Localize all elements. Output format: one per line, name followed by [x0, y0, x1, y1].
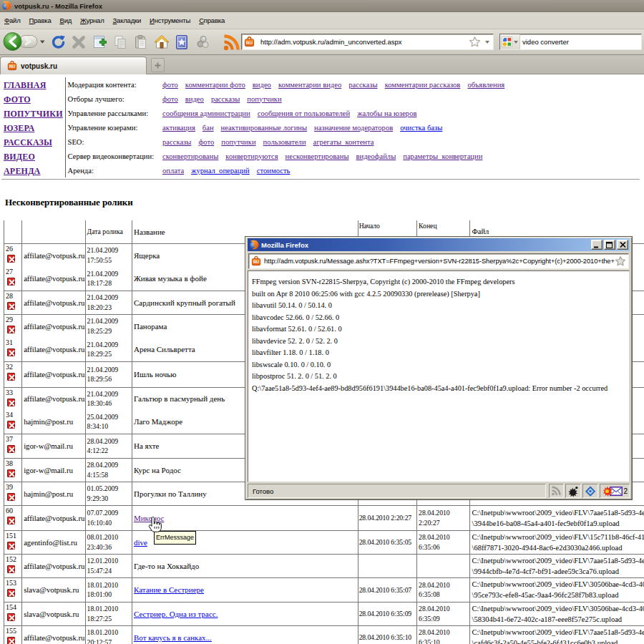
popup-window[interactable]: Mozilla Firefox RU http://adm.votpusk.ru…: [245, 236, 633, 500]
nav-link[interactable]: неактивированные логины: [221, 124, 308, 132]
new-tab-button[interactable]: [151, 58, 165, 72]
rss-button[interactable]: [221, 32, 243, 52]
nav-link[interactable]: видео: [253, 81, 271, 89]
menu-item-1[interactable]: Файл: [0, 14, 25, 26]
delete-x-icon[interactable]: [7, 445, 15, 453]
bookmark-star-icon[interactable]: [469, 36, 481, 48]
nav-link[interactable]: параметры_конвертации: [403, 152, 482, 160]
delete-x-icon[interactable]: [7, 302, 15, 310]
popup-url[interactable]: http://adm.votpusk.ru/Message.ashx?TXT=F…: [264, 258, 615, 265]
sidebar-link-6[interactable]: ВИДЕО: [4, 152, 35, 162]
address-bar[interactable]: RU http://adm.votpusk.ru/admin_unconvert…: [241, 34, 494, 50]
reload-button[interactable]: [49, 32, 68, 52]
menu-item-3[interactable]: Вид: [55, 14, 76, 26]
nav-link[interactable]: активация: [162, 124, 195, 132]
delete-x-icon[interactable]: [7, 278, 15, 286]
nav-link[interactable]: попутчики: [247, 95, 281, 103]
menu-item-2[interactable]: Правка: [25, 14, 56, 26]
delete-x-icon[interactable]: [7, 399, 15, 406]
stop-button[interactable]: [69, 32, 88, 52]
sidebar-link-1[interactable]: ГЛАВНАЯ: [4, 80, 47, 90]
nav-link[interactable]: бан: [203, 124, 214, 132]
search-engine-button[interactable]: [500, 34, 520, 49]
video-title-link[interactable]: Сестриер. Одна из трасс.: [134, 610, 218, 618]
search-engine-dropdown-icon[interactable]: [514, 41, 518, 44]
video-title-link[interactable]: Вот качусь я в санках...: [134, 633, 212, 642]
nav-link[interactable]: рассказы: [211, 95, 240, 103]
copy-button[interactable]: [111, 32, 130, 52]
nav-link[interactable]: комментарии видео: [278, 81, 341, 89]
search-bar[interactable]: video converter: [499, 34, 642, 50]
statusbar-rss-icon[interactable]: [549, 484, 564, 498]
nav-link[interactable]: агрегаты_контента: [313, 138, 374, 146]
video-title-link[interactable]: Катание в Сестриере: [134, 585, 204, 594]
menu-item-7[interactable]: Справка: [195, 14, 229, 26]
popup-titlebar[interactable]: Mozilla Firefox: [248, 238, 630, 251]
delete-x-icon[interactable]: [7, 255, 15, 263]
sidebar-link-3[interactable]: ПОПУТЧИКИ: [4, 109, 63, 119]
nav-link[interactable]: рассказы: [162, 138, 191, 146]
nav-link[interactable]: стоимость: [257, 167, 291, 175]
paste-button[interactable]: [132, 32, 150, 52]
nav-link[interactable]: оплата: [162, 167, 184, 175]
delete-x-icon[interactable]: [7, 542, 15, 550]
nav-link[interactable]: видео: [185, 95, 204, 103]
video-id: 27: [6, 268, 21, 275]
home-button[interactable]: [152, 32, 171, 52]
statusbar-splat-icon[interactable]: [565, 484, 581, 498]
url-dropdown-icon[interactable]: [485, 41, 489, 44]
nav-link[interactable]: комментарии рассказов: [385, 81, 461, 89]
delete-x-icon[interactable]: [7, 373, 15, 381]
delete-x-icon[interactable]: [7, 613, 15, 621]
nav-link[interactable]: фото: [162, 95, 178, 103]
delete-x-icon[interactable]: [7, 326, 15, 333]
address-url[interactable]: http://adm.votpusk.ru/admin_unconverted.…: [260, 38, 469, 46]
delete-x-icon[interactable]: [7, 421, 15, 429]
nav-link[interactable]: сообщения от пользователей: [258, 109, 350, 117]
tab-votpusk[interactable]: RU votpusk.ru: [0, 57, 147, 74]
delete-x-icon[interactable]: [7, 517, 15, 525]
popup-address-bar[interactable]: RU http://adm.votpusk.ru/Message.ashx?TX…: [248, 253, 629, 269]
nav-link[interactable]: видеофайлы: [356, 152, 396, 160]
nav-link[interactable]: комментарии фото: [185, 81, 245, 89]
video-title-link[interactable]: dive: [134, 538, 147, 547]
nav-link[interactable]: сконвертированы: [162, 152, 218, 160]
close-button[interactable]: [617, 240, 628, 250]
minimize-button[interactable]: [591, 240, 602, 250]
delete-x-icon[interactable]: [7, 493, 15, 501]
nav-link[interactable]: жалобы на юзеров: [357, 109, 416, 117]
nav-link[interactable]: сообщения администрации: [162, 109, 250, 117]
delete-x-icon[interactable]: [7, 565, 15, 573]
nav-link[interactable]: назначение модераторов: [314, 124, 393, 132]
nav-link[interactable]: фото: [198, 138, 214, 146]
menu-item-6[interactable]: Инструменты: [145, 14, 195, 26]
new-window-button[interactable]: [91, 32, 109, 52]
statusbar-mail-alert[interactable]: 2: [600, 484, 630, 498]
sidebar-link-4[interactable]: ЮЗЕРА: [4, 123, 34, 133]
search-input[interactable]: video converter: [522, 38, 569, 46]
sidebar-link-7[interactable]: АРЕНДА: [4, 166, 40, 176]
menu-item-4[interactable]: Журнал: [76, 14, 108, 26]
delete-x-icon[interactable]: [7, 589, 15, 597]
delete-x-icon[interactable]: [7, 469, 15, 477]
nav-link[interactable]: объявления: [467, 81, 504, 89]
menu-item-5[interactable]: Закладки: [109, 14, 146, 26]
delete-x-icon[interactable]: [7, 637, 15, 644]
sidebar-link-5[interactable]: РАССКАЗЫ: [4, 137, 52, 147]
nav-link[interactable]: очистка базы: [400, 124, 442, 132]
bookmarks-button[interactable]: [172, 32, 191, 52]
bookmark-star-icon[interactable]: [615, 255, 626, 267]
nav-link[interactable]: попутчики: [221, 138, 255, 146]
delete-x-icon[interactable]: [7, 348, 15, 356]
nav-link[interactable]: пользователи: [263, 138, 306, 146]
sidebar-link-2[interactable]: ФОТО: [4, 94, 31, 104]
nav-link[interactable]: конвертируются: [225, 152, 278, 160]
maximize-button[interactable]: [604, 240, 615, 250]
nav-link[interactable]: рассказы: [348, 81, 377, 89]
statusbar-diamond-icon[interactable]: [582, 484, 598, 498]
keys-button[interactable]: [194, 32, 213, 52]
nav-link[interactable]: несконвертированы: [286, 152, 349, 160]
nav-link[interactable]: фото: [162, 81, 178, 89]
video-email: affilate@votpusk.ru: [22, 554, 85, 577]
nav-link[interactable]: журнал_операций: [191, 167, 250, 175]
